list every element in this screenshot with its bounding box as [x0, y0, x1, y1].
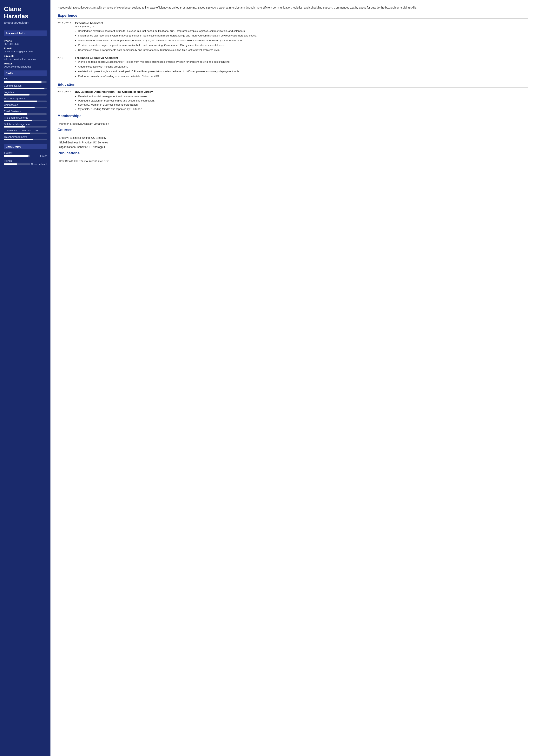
language-bar-row: Fluent — [4, 155, 46, 157]
info-value: linkedin.com/in/clarieharadas — [4, 58, 46, 61]
info-label: E-mail — [4, 47, 46, 50]
skill-bar-fill — [4, 139, 33, 140]
skill-bar-bg — [4, 107, 46, 108]
publication-item: How Details Kill, The Counterintuitive C… — [57, 159, 528, 163]
skill-bar-fill — [4, 100, 37, 102]
skill-item: Logistics — [4, 91, 46, 96]
skill-bar-fill — [4, 126, 25, 127]
education-section-title: Education — [57, 82, 528, 88]
personal-info-header: Personal Info — [4, 31, 46, 36]
skill-item: Database Management — [4, 123, 46, 127]
skill-name: Communication — [4, 84, 46, 87]
language-name: French — [4, 159, 46, 162]
language-item: Spanish Fluent — [4, 151, 46, 157]
skill-item: Communication — [4, 84, 46, 89]
skill-bar-bg — [4, 120, 46, 121]
skill-bar-bg — [4, 113, 46, 115]
memberships-section-title: Memberships — [57, 114, 528, 119]
skill-item: Travel Arrangements — [4, 135, 46, 140]
skill-item: Coordinating Conference Calls — [4, 129, 46, 134]
language-bar-bg — [4, 155, 30, 156]
skill-item: Time Management — [4, 97, 46, 102]
bullet-item: Secretary, Women in Business student org… — [78, 103, 528, 107]
education-entry: 2010 - 2013 BA, Business Administration,… — [57, 90, 528, 111]
language-level: Conversational — [31, 163, 46, 166]
publications-section-title: Publications — [57, 151, 528, 156]
courses-section-title: Courses — [57, 128, 528, 133]
personal-info-section: Phone862-208-2592E-mailclarieharadas@gma… — [4, 38, 46, 69]
language-bar-fill — [4, 155, 29, 156]
experience-entry: 2013 - 2018 Executive Assistant ISN Lipm… — [57, 21, 528, 53]
languages-header: Languages — [4, 144, 46, 149]
skill-name: EQ — [4, 78, 46, 81]
experience-entry: 2013 Freelance Executive Assistant Worke… — [57, 56, 528, 79]
sidebar: ClarieHaradas Executive Assistant Person… — [0, 0, 50, 756]
skill-name: Compassion — [4, 103, 46, 106]
exp-company: ISN Lipmann, Inc. — [75, 25, 528, 28]
skill-bar-fill — [4, 113, 27, 115]
skill-name: Time Management — [4, 97, 46, 100]
skill-bar-bg — [4, 132, 46, 134]
language-level: Fluent — [31, 155, 46, 157]
skill-bar-fill — [4, 88, 44, 89]
skill-bar-bg — [4, 81, 46, 83]
education-section: 2010 - 2013 BA, Business Administration,… — [57, 90, 528, 111]
skill-item: Compassion — [4, 103, 46, 108]
exp-bullets: Worked as temp executive assistant for 4… — [75, 60, 528, 78]
bullet-item: Aided executives with meeting preparatio… — [78, 65, 528, 69]
skill-item: EQ — [4, 78, 46, 83]
skill-name: Database Management — [4, 123, 46, 126]
skills-header: Skills — [4, 70, 46, 76]
language-bar-fill — [4, 163, 17, 165]
skill-bar-bg — [4, 139, 46, 140]
edu-dates: 2010 - 2013 — [57, 90, 71, 111]
experience-section: 2013 - 2018 Executive Assistant ISN Lipm… — [57, 21, 528, 79]
bullet-item: My article, "Reading Minds" was reprinte… — [78, 107, 528, 111]
course-item: Effective Business Writing, UC Berkeley — [57, 136, 528, 140]
bullet-item: Implemented call-recording system that c… — [78, 34, 528, 38]
exp-dates: 2013 - 2018 — [57, 21, 71, 53]
exp-job-title: Freelance Executive Assistant — [75, 56, 528, 60]
bullet-item: Assisted with project logistics and deve… — [78, 69, 528, 73]
bullet-item: Pursued a passion for business ethics an… — [78, 98, 528, 103]
language-bar-bg — [4, 163, 30, 165]
bullet-item: Handled top executive assistant duties f… — [78, 29, 528, 33]
experience-section-title: Experience — [57, 14, 528, 19]
exp-dates: 2013 — [57, 56, 71, 79]
skill-bar-bg — [4, 88, 46, 89]
edu-bullets: Excelled in financial management and bus… — [75, 94, 528, 111]
skill-bar-fill — [4, 132, 30, 134]
language-bar-row: Conversational — [4, 163, 46, 166]
candidate-name: ClarieHaradas — [4, 5, 46, 20]
candidate-title: Executive Assistant — [4, 21, 46, 24]
skill-bar-bg — [4, 94, 46, 96]
skill-name: Email Systems — [4, 110, 46, 113]
skill-bar-bg — [4, 126, 46, 127]
courses-section: Effective Business Writing, UC BerkeleyG… — [57, 136, 528, 149]
skill-name: Coordinating Conference Calls — [4, 129, 46, 132]
info-value: clarieharadas@gmail.com — [4, 50, 46, 53]
skill-name: Travel Arrangements — [4, 135, 46, 138]
skill-name: Logistics — [4, 91, 46, 94]
bullet-item: Excelled in financial management and bus… — [78, 94, 528, 98]
skill-item: Email Systems — [4, 110, 46, 115]
info-label: LinkedIn — [4, 55, 46, 57]
skills-section: EQ Communication Logistics Time Manageme… — [4, 78, 46, 142]
bullet-item: Performed weekly proofreading of executi… — [78, 74, 528, 78]
skill-bar-fill — [4, 120, 32, 121]
skill-bar-fill — [4, 94, 30, 96]
info-label: Phone — [4, 40, 46, 42]
summary-text: Resourceful Executive Assistant with 5+ … — [57, 5, 528, 10]
skill-bar-fill — [4, 81, 42, 83]
bullet-item: Coordinated travel arrangements both dom… — [78, 48, 528, 52]
exp-content: Executive Assistant ISN Lipmann, Inc. Ha… — [75, 21, 528, 53]
info-label: Twitter — [4, 62, 46, 65]
skill-bar-fill — [4, 107, 35, 108]
course-item: Organizational Behavior, IIT Kharagpur — [57, 145, 528, 149]
info-value: twitter.com/clarieharadas — [4, 65, 46, 68]
language-name: Spanish — [4, 151, 46, 154]
memberships-section: Member, Executive Assistant Organization — [57, 122, 528, 126]
bullet-item: Provided executive project support, admi… — [78, 43, 528, 47]
bullet-item: Worked as temp executive assistant for 4… — [78, 60, 528, 64]
course-item: Global Business in Practice, UC Berkeley — [57, 140, 528, 145]
